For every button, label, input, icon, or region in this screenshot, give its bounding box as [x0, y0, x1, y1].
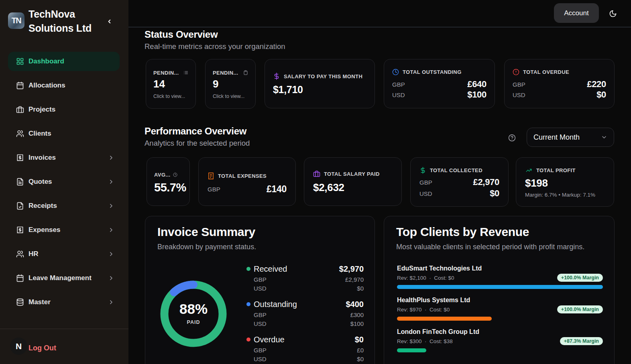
svg-text:88%: 88% — [179, 301, 208, 317]
svg-text:PAID: PAID — [187, 319, 200, 325]
